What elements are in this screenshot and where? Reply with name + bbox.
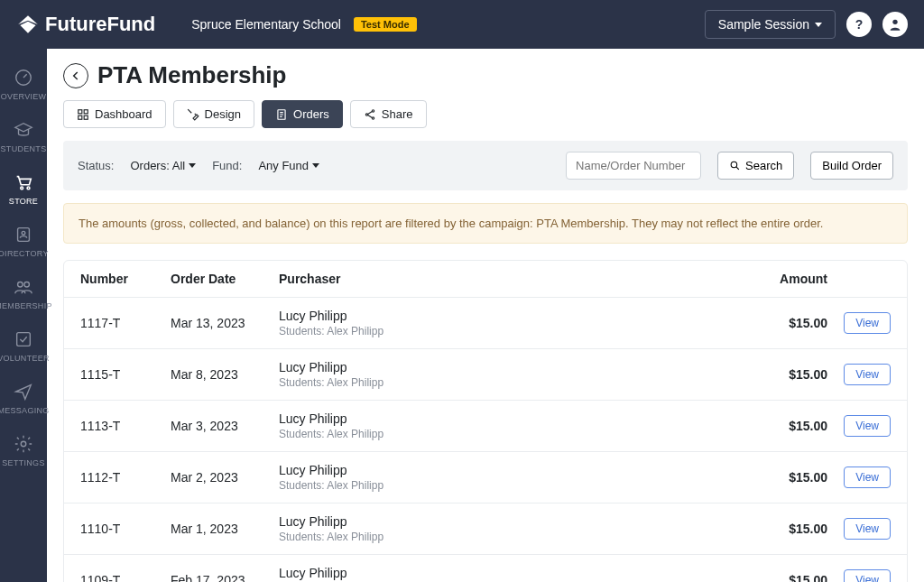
svg-point-5 xyxy=(22,231,25,235)
cell-date: Mar 1, 2023 xyxy=(171,522,279,536)
view-button[interactable]: View xyxy=(844,467,891,488)
cell-amount: $15.00 xyxy=(737,316,827,330)
col-header-date: Order Date xyxy=(171,272,279,286)
cell-purchaser: Lucy PhilippStudents: Alex Philipp xyxy=(279,411,737,440)
sidebar-item-overview[interactable]: OVERVIEW xyxy=(0,58,47,110)
search-input[interactable] xyxy=(566,152,701,180)
purchaser-name: Lucy Philipp xyxy=(279,566,737,580)
cell-purchaser: Lucy PhilippStudents: Alex Philipp xyxy=(279,463,737,492)
graduation-icon xyxy=(13,119,34,141)
view-button[interactable]: View xyxy=(844,569,891,582)
cell-number: 1117-T xyxy=(80,316,171,330)
build-order-button[interactable]: Build Order xyxy=(810,152,893,180)
page-title: PTA Membership xyxy=(97,61,286,89)
fund-dropdown[interactable]: Any Fund xyxy=(258,159,319,172)
sidebar-item-store[interactable]: STORE xyxy=(0,162,47,215)
help-button[interactable]: ? xyxy=(846,12,872,37)
tab-design[interactable]: Design xyxy=(173,100,254,128)
svg-point-0 xyxy=(892,20,897,24)
brand-text: FutureFund xyxy=(45,13,155,36)
svg-point-9 xyxy=(21,441,26,447)
users-icon xyxy=(13,276,34,298)
main-content: PTA Membership Dashboard Design Orders S… xyxy=(47,49,924,582)
cell-date: Mar 3, 2023 xyxy=(171,419,279,433)
chevron-down-icon xyxy=(189,163,196,168)
svg-point-3 xyxy=(27,187,30,189)
purchaser-students: Students: Alex Philipp xyxy=(279,325,737,337)
purchaser-name: Lucy Philipp xyxy=(279,463,737,477)
cell-purchaser: Lucy PhilippStudents: Alex Philipp xyxy=(279,360,737,389)
cell-amount: $15.00 xyxy=(737,522,827,536)
view-button[interactable]: View xyxy=(844,518,891,540)
svg-point-17 xyxy=(372,116,374,118)
cell-date: Mar 2, 2023 xyxy=(171,470,279,485)
status-label: Status: xyxy=(78,159,114,172)
back-button[interactable] xyxy=(63,63,88,88)
purchaser-students: Students: Alex Philipp xyxy=(279,531,737,543)
purchaser-students: Students: Alex Philipp xyxy=(279,376,737,389)
cell-number: 1115-T xyxy=(80,367,171,382)
cell-amount: $15.00 xyxy=(737,573,827,582)
purchaser-name: Lucy Philipp xyxy=(279,514,737,529)
view-button[interactable]: View xyxy=(844,415,891,437)
table-row: 1115-TMar 8, 2023Lucy PhilippStudents: A… xyxy=(64,349,907,401)
svg-point-15 xyxy=(372,109,374,111)
fund-label: Fund: xyxy=(212,159,242,172)
svg-rect-10 xyxy=(79,109,82,113)
test-mode-badge: Test Mode xyxy=(354,17,417,32)
gear-icon xyxy=(13,433,34,455)
svg-point-18 xyxy=(731,162,737,168)
purchaser-name: Lucy Philipp xyxy=(279,360,737,374)
status-dropdown[interactable]: Orders: All xyxy=(130,159,196,172)
svg-rect-12 xyxy=(79,115,82,119)
svg-rect-11 xyxy=(84,109,88,113)
sidebar-item-volunteer[interactable]: VOLUNTEER xyxy=(0,319,47,372)
table-row: 1113-TMar 3, 2023Lucy PhilippStudents: A… xyxy=(64,401,907,452)
sidebar-nav: OVERVIEW STUDENTS STORE DIRECTORY MEMBER… xyxy=(0,49,47,582)
sidebar-item-directory[interactable]: DIRECTORY xyxy=(0,215,47,267)
contact-icon xyxy=(13,224,34,245)
svg-rect-8 xyxy=(17,333,31,346)
svg-point-16 xyxy=(365,113,367,115)
filter-bar: Status: Orders: All Fund: Any Fund Searc… xyxy=(63,141,908,190)
brand-logo[interactable]: FutureFund xyxy=(16,13,155,36)
sidebar-item-students[interactable]: STUDENTS xyxy=(0,110,47,162)
search-button[interactable]: Search xyxy=(717,152,794,180)
view-button[interactable]: View xyxy=(844,312,891,334)
tab-orders[interactable]: Orders xyxy=(262,100,343,128)
orders-table: Number Order Date Purchaser Amount 1117-… xyxy=(63,260,908,582)
svg-point-2 xyxy=(21,187,23,189)
sidebar-item-messaging[interactable]: MESSAGING xyxy=(0,372,47,424)
svg-point-6 xyxy=(18,282,23,288)
sidebar-item-settings[interactable]: SETTINGS xyxy=(0,424,47,476)
sidebar-item-membership[interactable]: MEMBERSHIP xyxy=(0,267,47,319)
profile-button[interactable] xyxy=(882,12,908,37)
view-button[interactable]: View xyxy=(844,364,891,385)
table-row: 1110-TMar 1, 2023Lucy PhilippStudents: A… xyxy=(64,503,907,555)
gauge-icon xyxy=(13,67,34,88)
purchaser-name: Lucy Philipp xyxy=(279,411,737,426)
cell-date: Mar 8, 2023 xyxy=(171,367,279,382)
session-dropdown[interactable]: Sample Session xyxy=(705,10,836,39)
tab-dashboard[interactable]: Dashboard xyxy=(63,100,166,128)
tab-share[interactable]: Share xyxy=(350,100,427,128)
cell-number: 1109-T xyxy=(80,573,171,582)
table-row: 1112-TMar 2, 2023Lucy PhilippStudents: A… xyxy=(64,452,907,503)
col-header-purchaser: Purchaser xyxy=(279,272,737,286)
chevron-down-icon xyxy=(312,163,319,168)
svg-rect-13 xyxy=(84,115,88,119)
cell-number: 1112-T xyxy=(80,470,171,485)
cell-amount: $15.00 xyxy=(737,470,827,485)
cell-purchaser: Lucy PhilippStudents: Alex Philipp xyxy=(279,514,737,543)
cell-date: Feb 17, 2023 xyxy=(171,573,279,582)
cell-number: 1110-T xyxy=(80,522,171,536)
filter-alert: The amounts (gross, collected, and balan… xyxy=(63,203,908,244)
cell-purchaser: Lucy PhilippStudents: Alex Philipp xyxy=(279,309,737,337)
cart-icon xyxy=(13,171,34,193)
svg-point-7 xyxy=(24,282,29,288)
chevron-down-icon xyxy=(815,23,822,27)
purchaser-name: Lucy Philipp xyxy=(279,309,737,323)
table-header: Number Order Date Purchaser Amount xyxy=(64,261,907,298)
table-row: 1109-TFeb 17, 2023Lucy PhilippStudents: … xyxy=(64,555,907,582)
cell-number: 1113-T xyxy=(80,419,171,433)
